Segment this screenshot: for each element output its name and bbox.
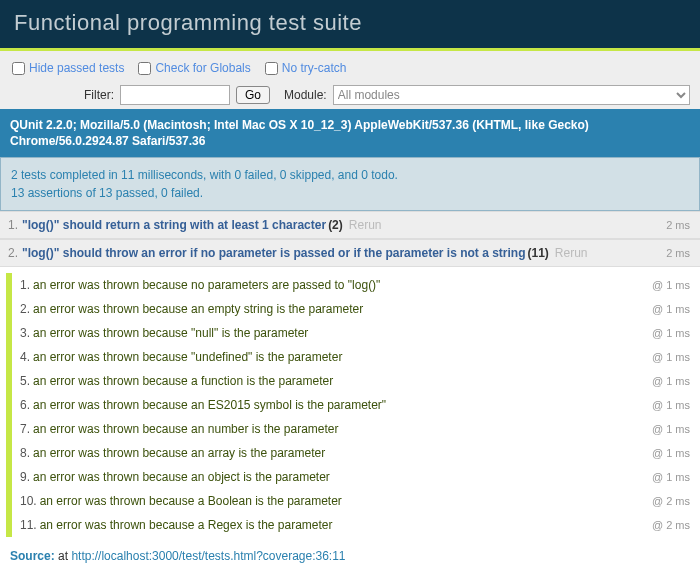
assertion-index: 8.: [20, 446, 30, 460]
assertion-message: an error was thrown because an number is…: [33, 422, 644, 436]
filter-go-button[interactable]: Go: [236, 86, 270, 104]
check-globals-input[interactable]: [138, 62, 151, 75]
test-list: 1."log()" should return a string with at…: [0, 211, 700, 543]
no-trycatch-checkbox[interactable]: No try-catch: [265, 61, 347, 75]
source-prefix: at: [58, 549, 71, 563]
assertion-message: an error was thrown because a Regex is t…: [40, 518, 644, 532]
rerun-link[interactable]: Rerun: [555, 246, 588, 260]
hide-passed-checkbox[interactable]: Hide passed tests: [12, 61, 124, 75]
assertion-time: @ 1 ms: [652, 471, 690, 483]
assertion-message: an error was thrown because an empty str…: [33, 302, 644, 316]
test-number: 2.: [8, 246, 18, 260]
assertion-time: @ 1 ms: [652, 423, 690, 435]
test-number: 1.: [8, 218, 18, 232]
filter-input[interactable]: [120, 85, 230, 105]
assertion-row: 9. an error was thrown because an object…: [18, 465, 694, 489]
assertion-index: 4.: [20, 350, 30, 364]
assertion-message: an error was thrown because a function i…: [33, 374, 644, 388]
no-trycatch-label: No try-catch: [282, 61, 347, 75]
assertion-index: 7.: [20, 422, 30, 436]
assertion-row: 3. an error was thrown because "null" is…: [18, 321, 694, 345]
assertion-time: @ 1 ms: [652, 447, 690, 459]
assertion-time: @ 1 ms: [652, 327, 690, 339]
page-title: Functional programming test suite: [0, 0, 700, 51]
summary-line-2: 13 assertions of 13 passed, 0 failed.: [11, 184, 689, 202]
assertion-row: 10. an error was thrown because a Boolea…: [18, 489, 694, 513]
assertion-row: 6. an error was thrown because an ES2015…: [18, 393, 694, 417]
test-title: "log()" should throw an error if no para…: [22, 246, 525, 260]
assertion-time: @ 1 ms: [652, 399, 690, 411]
summary-line-1: 2 tests completed in 11 milliseconds, wi…: [11, 166, 689, 184]
assertion-time: @ 1 ms: [652, 279, 690, 291]
assertion-index: 5.: [20, 374, 30, 388]
assertion-message: an error was thrown because an array is …: [33, 446, 644, 460]
assertion-list: 1. an error was thrown because no parame…: [6, 273, 694, 537]
assertion-index: 9.: [20, 470, 30, 484]
assertion-message: an error was thrown because a Boolean is…: [40, 494, 644, 508]
assertion-time: @ 1 ms: [652, 351, 690, 363]
assertion-row: 5. an error was thrown because a functio…: [18, 369, 694, 393]
test-assertion-count: (11): [527, 246, 548, 260]
assertion-index: 10.: [20, 494, 37, 508]
assertion-time: @ 2 ms: [652, 495, 690, 507]
user-agent: QUnit 2.2.0; Mozilla/5.0 (Macintosh; Int…: [0, 109, 700, 157]
hide-passed-label: Hide passed tests: [29, 61, 124, 75]
test-summary: 2 tests completed in 11 milliseconds, wi…: [0, 157, 700, 211]
test-assertion-count: (2): [328, 218, 343, 232]
assertion-row: 1. an error was thrown because no parame…: [18, 273, 694, 297]
assertion-row: 7. an error was thrown because an number…: [18, 417, 694, 441]
assertion-message: an error was thrown because an ES2015 sy…: [33, 398, 644, 412]
assertion-message: an error was thrown because an object is…: [33, 470, 644, 484]
assertion-index: 6.: [20, 398, 30, 412]
assertion-message: an error was thrown because "undefined" …: [33, 350, 644, 364]
test-title: "log()" should return a string with at l…: [22, 218, 326, 232]
assertion-index: 3.: [20, 326, 30, 340]
hide-passed-input[interactable]: [12, 62, 25, 75]
test-body: 1. an error was thrown because no parame…: [0, 267, 700, 543]
filter-label: Filter:: [10, 88, 114, 102]
source-line: Source: at http://localhost:3000/test/te…: [0, 543, 700, 564]
check-globals-checkbox[interactable]: Check for Globals: [138, 61, 250, 75]
assertion-row: 2. an error was thrown because an empty …: [18, 297, 694, 321]
check-globals-label: Check for Globals: [155, 61, 250, 75]
assertion-time: @ 2 ms: [652, 519, 690, 531]
assertion-time: @ 1 ms: [652, 303, 690, 315]
assertion-row: 4. an error was thrown because "undefine…: [18, 345, 694, 369]
source-url[interactable]: http://localhost:3000/test/tests.html?co…: [71, 549, 345, 563]
source-label: Source:: [10, 549, 55, 563]
rerun-link[interactable]: Rerun: [349, 218, 382, 232]
test-duration: 2 ms: [666, 247, 690, 259]
test-duration: 2 ms: [666, 219, 690, 231]
assertion-index: 2.: [20, 302, 30, 316]
test-header[interactable]: 2."log()" should throw an error if no pa…: [0, 239, 700, 267]
no-trycatch-input[interactable]: [265, 62, 278, 75]
module-label: Module:: [284, 88, 327, 102]
assertion-message: an error was thrown because "null" is th…: [33, 326, 644, 340]
module-select[interactable]: All modules: [333, 85, 690, 105]
assertion-index: 11.: [20, 518, 37, 532]
toolbar: Hide passed tests Check for Globals No t…: [0, 51, 700, 109]
test-header[interactable]: 1."log()" should return a string with at…: [0, 211, 700, 239]
assertion-message: an error was thrown because no parameter…: [33, 278, 644, 292]
assertion-row: 11. an error was thrown because a Regex …: [18, 513, 694, 537]
assertion-time: @ 1 ms: [652, 375, 690, 387]
assertion-row: 8. an error was thrown because an array …: [18, 441, 694, 465]
assertion-index: 1.: [20, 278, 30, 292]
